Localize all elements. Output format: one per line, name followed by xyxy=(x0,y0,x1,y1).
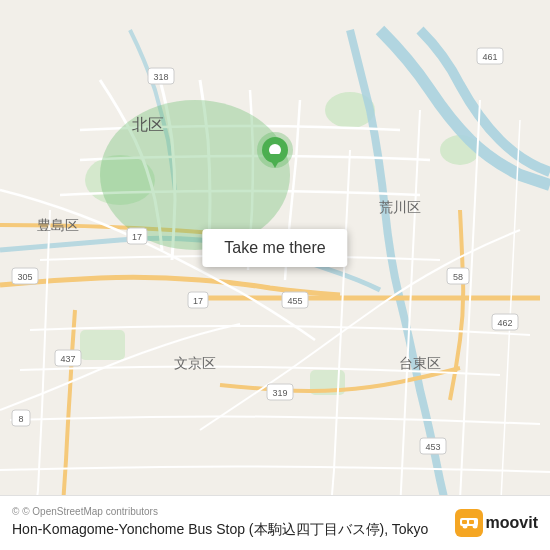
svg-text:17: 17 xyxy=(193,296,203,306)
svg-text:台東区: 台東区 xyxy=(399,355,441,371)
svg-text:461: 461 xyxy=(482,52,497,62)
svg-text:453: 453 xyxy=(425,442,440,452)
svg-text:豊島区: 豊島区 xyxy=(37,217,79,233)
moovit-logo: moovit xyxy=(455,509,538,537)
place-name: Hon-Komagome-Yonchome Bus Stop (本駒込四丁目バス… xyxy=(12,520,445,540)
copyright-symbol: © xyxy=(12,506,19,517)
svg-rect-4 xyxy=(80,330,125,360)
svg-text:462: 462 xyxy=(497,318,512,328)
svg-text:437: 437 xyxy=(60,354,75,364)
svg-text:北区: 北区 xyxy=(132,116,164,133)
svg-text:58: 58 xyxy=(453,272,463,282)
map-pin xyxy=(255,130,295,184)
moovit-icon-svg xyxy=(455,509,483,537)
map-svg: 北区 豊島区 荒川区 文京区 台東区 318 455 319 17 17 305… xyxy=(0,0,550,550)
svg-text:455: 455 xyxy=(287,296,302,306)
svg-text:8: 8 xyxy=(18,414,23,424)
attribution-text: © OpenStreetMap contributors xyxy=(22,506,158,517)
svg-text:文京区: 文京区 xyxy=(174,355,216,371)
svg-text:319: 319 xyxy=(272,388,287,398)
attribution: © © OpenStreetMap contributors xyxy=(12,506,445,517)
svg-rect-44 xyxy=(462,520,467,524)
info-bar: © © OpenStreetMap contributors Hon-Komag… xyxy=(0,495,550,550)
svg-text:17: 17 xyxy=(132,232,142,242)
moovit-brand-name: moovit xyxy=(486,514,538,532)
svg-text:荒川区: 荒川区 xyxy=(379,199,421,215)
info-left: © © OpenStreetMap contributors Hon-Komag… xyxy=(12,506,445,540)
svg-text:305: 305 xyxy=(17,272,32,282)
take-me-there-button[interactable]: Take me there xyxy=(202,229,347,267)
map-container: 北区 豊島区 荒川区 文京区 台東区 318 455 319 17 17 305… xyxy=(0,0,550,550)
svg-text:318: 318 xyxy=(153,72,168,82)
svg-rect-45 xyxy=(469,520,474,524)
